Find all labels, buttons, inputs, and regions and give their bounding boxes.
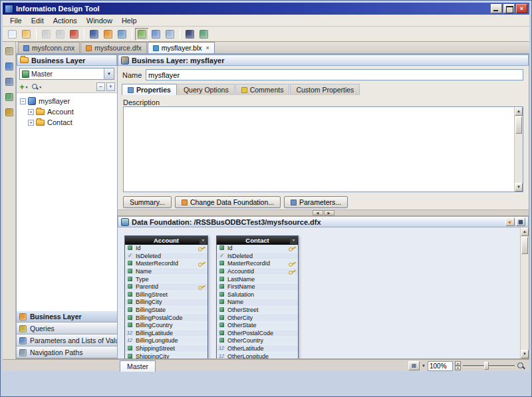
maximize-button[interactable]: [503, 4, 515, 13]
new-table-icon[interactable]: [197, 28, 211, 41]
tab-mysfconn[interactable]: mysfconn.cnx ×: [18, 42, 80, 53]
menu-window[interactable]: Window: [82, 16, 117, 25]
scroll-left-icon[interactable]: ◀: [313, 210, 323, 215]
canvas-scrollbar[interactable]: ▲ ▼: [520, 227, 529, 358]
table-column[interactable]: OtherPostalCode: [217, 330, 298, 338]
collapse-all-icon[interactable]: −: [96, 82, 105, 91]
description-field[interactable]: ▲ ▼: [123, 106, 523, 192]
data-foundation-canvas[interactable]: Account ▼ Id IsDeleted: [118, 227, 529, 358]
table-column[interactable]: BillingCity: [125, 299, 207, 307]
zoom-fit-icon[interactable]: ▦: [408, 361, 420, 370]
search-button[interactable]: ▼: [31, 82, 43, 92]
table-header[interactable]: Account ▼: [125, 236, 207, 245]
table-column[interactable]: BillingStreet: [125, 291, 207, 299]
tab-mysflayer[interactable]: mysflayer.blx ×: [148, 42, 215, 53]
scroll-up-icon[interactable]: ▲: [521, 227, 529, 236]
find-icon[interactable]: [183, 28, 197, 41]
save-icon[interactable]: [39, 28, 53, 41]
scrollbar-thumb[interactable]: [515, 116, 522, 134]
zoom-mode-dropdown-icon[interactable]: ▼: [422, 364, 426, 368]
section-queries[interactable]: Queries: [17, 323, 117, 334]
view-selector[interactable]: Master ▼: [19, 68, 114, 80]
table-column[interactable]: FirstName: [217, 283, 298, 291]
repository-resources-icon[interactable]: [4, 76, 15, 87]
menu-file[interactable]: File: [5, 16, 27, 25]
restore-panes-icon[interactable]: [4, 46, 15, 57]
table-column[interactable]: OtherCity: [217, 314, 298, 322]
open-icon[interactable]: [19, 28, 33, 41]
table-menu-icon[interactable]: ▼: [200, 237, 207, 244]
tab-custom-properties[interactable]: Custom Properties: [290, 84, 360, 95]
name-input[interactable]: [146, 69, 523, 80]
table-column[interactable]: IsDeleted: [125, 253, 207, 261]
tree-root-mysflayer[interactable]: − mysflayer: [18, 96, 116, 106]
tab-query-options[interactable]: Query Options: [178, 84, 235, 95]
summary-button[interactable]: Summary...: [123, 196, 172, 208]
zoom-input[interactable]: [428, 361, 453, 371]
menu-help[interactable]: Help: [117, 16, 142, 25]
table-column[interactable]: IsDeleted: [217, 253, 298, 261]
scroll-right-icon[interactable]: ▶: [324, 210, 334, 215]
table-column[interactable]: Id: [217, 245, 298, 253]
section-business-layer[interactable]: Business Layer: [17, 311, 117, 323]
table-column[interactable]: MasterRecordId: [217, 260, 298, 268]
outline-icon[interactable]: [4, 107, 15, 118]
slider-thumb[interactable]: [484, 362, 489, 370]
table-column[interactable]: Name: [217, 299, 298, 307]
scroll-up-icon[interactable]: ▲: [515, 107, 523, 116]
table-column[interactable]: BillingState: [125, 307, 207, 315]
view-tab-master[interactable]: Master: [120, 360, 156, 372]
new-document-icon[interactable]: [5, 28, 19, 41]
zoom-icon[interactable]: [517, 362, 525, 370]
expand-node-icon[interactable]: +: [28, 120, 34, 126]
table-column[interactable]: Id: [125, 245, 207, 253]
table-column[interactable]: BillingLongitude: [125, 337, 207, 345]
check-integrity-icon[interactable]: [87, 28, 101, 41]
table-column[interactable]: AccountId: [217, 268, 298, 276]
table-column[interactable]: Type: [125, 275, 207, 283]
table-header[interactable]: Contact ▼: [217, 236, 298, 245]
insert-object-button[interactable]: +▼: [19, 82, 30, 92]
zoom-spinner[interactable]: ▲▼: [455, 361, 461, 370]
tree-folder-account[interactable]: + Account: [18, 106, 116, 117]
tab-properties[interactable]: Properties: [122, 84, 177, 95]
table-column[interactable]: OtherLatitude: [217, 345, 298, 353]
local-projects-icon[interactable]: [4, 61, 15, 72]
table-column[interactable]: BillingPostalCode: [125, 314, 207, 322]
section-navigation-paths[interactable]: Navigation Paths: [17, 346, 117, 358]
table-column[interactable]: ShippingStreet: [125, 345, 207, 353]
expand-all-icon[interactable]: +: [106, 82, 115, 91]
description-scrollbar[interactable]: ▲ ▼: [514, 107, 523, 192]
insert-icon[interactable]: [135, 28, 149, 41]
scroll-down-icon[interactable]: ▼: [515, 183, 523, 192]
table-menu-icon[interactable]: ▼: [290, 237, 297, 244]
scroll-down-icon[interactable]: ▼: [521, 350, 529, 358]
table-column[interactable]: OtherLongitude: [217, 352, 298, 358]
table-column[interactable]: OtherState: [217, 322, 298, 330]
connections-icon[interactable]: [4, 92, 15, 102]
table-column[interactable]: BillingCountry: [125, 322, 207, 330]
table-column[interactable]: MasterRecordId: [125, 260, 207, 268]
retrieve-icon[interactable]: [115, 28, 129, 41]
table-column[interactable]: Salutation: [217, 291, 298, 299]
delete-icon[interactable]: [67, 28, 81, 41]
table-column[interactable]: Name: [125, 268, 207, 276]
show-business-layer-icon[interactable]: [163, 28, 177, 41]
parameters-button[interactable]: Parameters...: [284, 196, 348, 208]
change-data-foundation-button[interactable]: Change Data Foundation...: [175, 196, 281, 208]
edit-data-foundation-icon[interactable]: ▲: [505, 217, 515, 226]
table-column[interactable]: LastName: [217, 275, 298, 283]
publish-icon[interactable]: [101, 28, 115, 41]
table-column[interactable]: ShippingCity: [125, 352, 207, 358]
table-account[interactable]: Account ▼ Id IsDeleted: [124, 235, 208, 358]
tab-mysfsource[interactable]: mysfsource.dfx ×: [80, 42, 147, 53]
expand-node-icon[interactable]: +: [28, 109, 34, 115]
chevron-down-icon[interactable]: ▼: [104, 68, 114, 79]
table-column[interactable]: OtherStreet: [217, 307, 298, 315]
show-tables-icon[interactable]: ▦: [516, 217, 525, 226]
collapse-node-icon[interactable]: −: [20, 98, 26, 104]
table-column[interactable]: OtherCountry: [217, 337, 298, 345]
table-column[interactable]: ParentId: [125, 283, 207, 291]
tree-folder-contact[interactable]: + Contact: [18, 117, 116, 128]
close-button[interactable]: ×: [516, 4, 527, 13]
